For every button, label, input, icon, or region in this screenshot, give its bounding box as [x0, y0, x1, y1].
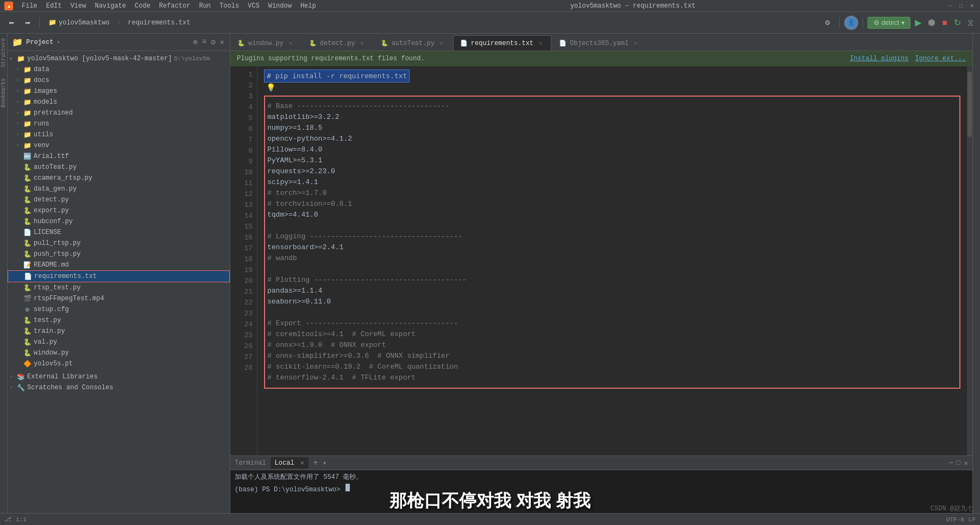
tab-close-autoteat-py[interactable]: ✕ — [438, 40, 445, 47]
close-button[interactable]: ✕ — [968, 2, 976, 10]
tree-item-setupcfg[interactable]: ⚙ setup.cfg — [8, 304, 230, 315]
terminal-expand-icon[interactable]: □ — [956, 459, 960, 467]
install-plugins-link[interactable]: Install plugins — [850, 55, 908, 62]
tree-item-val[interactable]: 🐍 val.py — [8, 337, 230, 347]
menu-window[interactable]: Window — [265, 1, 295, 11]
settings-icon[interactable]: ⚙ — [210, 37, 216, 47]
menu-code[interactable]: Code — [131, 1, 154, 11]
tree-item-models[interactable]: › 📁 models — [8, 97, 230, 107]
bookmarks-label[interactable]: Bookmarks — [1, 78, 7, 107]
terminal-minimize-icon[interactable]: ─ — [949, 459, 953, 467]
tree-label-requirements: requirements.txt — [34, 273, 97, 280]
tab-close-requirements-txt[interactable]: ✕ — [537, 40, 544, 47]
profile-button[interactable]: ⧖ — [965, 18, 976, 28]
tree-label-setupcfg: setup.cfg — [34, 306, 69, 313]
status-encoding: UTF-8 — [946, 516, 964, 523]
tree-label-license: LICENSE — [34, 229, 61, 236]
menu-help[interactable]: Help — [297, 1, 319, 11]
editor-content[interactable]: 1 2 3 4 5 6 7 8 9 10 11 12 13 14 15 16 1… — [230, 66, 972, 456]
tree-item-utils[interactable]: › 📁 utils — [8, 129, 230, 140]
menu-edit[interactable]: EdIt — [43, 1, 65, 11]
tree-item-data[interactable]: › 📁 data — [8, 64, 230, 75]
tree-item-requirements[interactable]: 📄 requirements.txt — [8, 270, 230, 282]
tree-item-autoteat[interactable]: 🐍 autoTeat.py — [8, 162, 230, 173]
add-terminal-button[interactable]: + — [313, 458, 318, 468]
file-icon-train: 🐍 — [23, 327, 32, 336]
tree-item-export[interactable]: 🐍 export.py — [8, 205, 230, 216]
tab-close-window-py[interactable]: ✕ — [287, 40, 294, 47]
terminal-tab-local[interactable]: Local ✕ — [271, 457, 309, 469]
tree-item-external-libs[interactable]: › 📚 External Libraries — [8, 371, 230, 382]
tree-item-train[interactable]: 🐍 train.py — [8, 326, 230, 337]
tree-item-rtspffmpeg[interactable]: 🎬 rtspFFmpegTest.mp4 — [8, 293, 230, 304]
tab-window-py[interactable]: 🐍 window.py ✕ — [230, 35, 301, 50]
menu-refactor[interactable]: Refactor — [156, 1, 194, 11]
project-dropdown-arrow[interactable]: ▾ — [56, 39, 60, 46]
ignore-ext-link[interactable]: Ignore ext... — [915, 55, 966, 62]
tab-close-detect-py[interactable]: ✕ — [359, 40, 366, 47]
tab-close-objects365-yaml[interactable]: ✕ — [632, 40, 639, 47]
breadcrumb-root[interactable]: 📁 yolov5masktwo — [44, 15, 114, 30]
tabs-bar: 🐍 window.py ✕ 🐍 detect.py ✕ 🐍 autoTeat.p… — [230, 34, 972, 51]
tree-root-item[interactable]: ▾ 📁 yolov5masktwo [yolov5-mask-42-master… — [8, 53, 230, 64]
collapse-icon[interactable]: ≡ — [201, 37, 208, 47]
settings-button[interactable]: ⚙ — [820, 15, 835, 30]
structure-label[interactable]: Structure — [1, 38, 7, 67]
bulb-icon[interactable]: 💡 — [266, 83, 960, 93]
breadcrumb-file[interactable]: requirements.txt — [123, 15, 194, 30]
tree-item-runs[interactable]: › 📁 runs — [8, 118, 230, 129]
locate-icon[interactable]: ⊕ — [192, 37, 198, 47]
tree-item-yolov5s[interactable]: 🔶 yolov5s.pt — [8, 358, 230, 369]
menu-file[interactable]: File — [18, 1, 41, 11]
tab-detect-py[interactable]: 🐍 detect.py ✕ — [302, 35, 373, 50]
stop-button[interactable]: ■ — [940, 18, 950, 28]
code-line-5: numpy>=1.18.5 — [267, 123, 955, 134]
tree-label-readme: README.md — [34, 261, 69, 269]
toolbar-back-button[interactable]: ⬅ — [4, 15, 18, 30]
tree-item-docs[interactable]: › 📁 docs — [8, 75, 230, 86]
tree-item-license[interactable]: 📄 LICENSE — [8, 227, 230, 238]
tab-requirements-txt[interactable]: 📄 requirements.txt ✕ — [453, 35, 551, 50]
detect-dropdown-button[interactable]: ⚙ detect ▾ — [868, 17, 911, 29]
user-avatar[interactable]: 👤 — [844, 16, 858, 30]
tree-item-detect[interactable]: 🐍 detect.py — [8, 194, 230, 205]
hide-icon[interactable]: ✕ — [219, 37, 225, 47]
tab-autoteat-py[interactable]: 🐍 autoTeat.py ✕ — [374, 35, 453, 50]
maximize-button[interactable]: □ — [957, 2, 965, 10]
tree-item-pretrained[interactable]: › 📁 pretrained — [8, 107, 230, 118]
minimize-button[interactable]: ─ — [946, 2, 954, 10]
tree-item-hubconf[interactable]: 🐍 hubconf.py — [8, 216, 230, 227]
terminal-dropdown-arrow[interactable]: ▾ — [323, 459, 327, 467]
tree-item-rtsptest[interactable]: 🐍 rtsp_test.py — [8, 282, 230, 293]
terminal-area[interactable]: 加载个人及系统配置文件用了 5547 毫秒。 (base) PS D:\yolo… — [230, 470, 972, 513]
debug-button[interactable]: ⬢ — [926, 17, 938, 28]
toolbar-forward-button[interactable]: ➡ — [21, 15, 35, 30]
tree-label-pretrained: pretrained — [34, 109, 73, 117]
menu-tools[interactable]: Tools — [216, 1, 242, 11]
scrollbar-thumb[interactable] — [968, 72, 972, 137]
terminal-close-icon[interactable]: ✕ — [964, 459, 968, 467]
line-num-2: 2 — [233, 80, 253, 91]
tree-item-arial[interactable]: 🔤 Arial.ttf — [8, 151, 230, 162]
tab-objects365-yaml[interactable]: 📄 Objects365.yaml ✕ — [552, 35, 646, 50]
menu-navigate[interactable]: Navigate — [91, 1, 129, 11]
vertical-scrollbar[interactable] — [967, 66, 972, 456]
tree-item-test[interactable]: 🐍 test.py — [8, 315, 230, 326]
code-editor[interactable]: # pip install -r requirements.txt 💡 # Ba… — [257, 66, 967, 456]
tree-item-venv[interactable]: › 📁 venv — [8, 140, 230, 151]
tree-item-pushrtsp[interactable]: 🐍 push_rtsp.py — [8, 249, 230, 260]
terminal-tab-close[interactable]: ✕ — [300, 459, 304, 467]
run-button[interactable]: ▶ — [913, 17, 924, 28]
tree-item-scratches[interactable]: › 🔧 Scratches and Consoles — [8, 382, 230, 393]
tree-item-datagen[interactable]: 🐍 data_gen.py — [8, 184, 230, 194]
tree-item-ccamera[interactable]: 🐍 ccamera_rtsp.py — [8, 173, 230, 184]
menu-view[interactable]: View — [67, 1, 90, 11]
tree-item-pullrtsp[interactable]: 🐍 pull_rtsp.py — [8, 238, 230, 249]
tree-item-readme[interactable]: 📝 README.md — [8, 260, 230, 270]
tree-item-window[interactable]: 🐍 window.py — [8, 347, 230, 358]
menu-run[interactable]: Run — [196, 1, 214, 11]
tree-label-test: test.py — [34, 317, 61, 324]
rerun-button[interactable]: ↻ — [952, 17, 963, 28]
tree-item-images[interactable]: › 📁 images — [8, 86, 230, 97]
menu-vcs[interactable]: VCS — [244, 1, 263, 11]
